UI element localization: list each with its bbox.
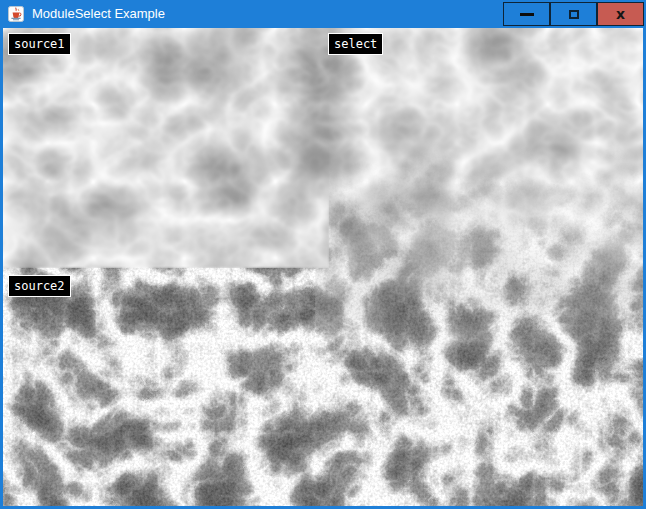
label-source1: source1 [8,33,71,55]
minimize-icon [520,13,534,16]
maximize-icon [569,10,579,19]
select-image [322,28,643,506]
window-title: ModuleSelect Example [32,0,165,28]
maximize-button[interactable] [550,2,597,26]
label-select: select [328,33,383,55]
noise-render [3,28,643,506]
minimize-button[interactable] [503,2,550,26]
close-icon: x [616,3,625,25]
source1-image [3,28,322,263]
app-window: ModuleSelect Example x [0,0,646,509]
window-controls: x [503,2,644,26]
close-button[interactable]: x [597,2,644,26]
render-canvas: source1 select source2 [3,28,643,506]
java-coffee-icon[interactable] [8,6,24,22]
titlebar[interactable]: ModuleSelect Example x [0,0,646,28]
label-source2: source2 [8,275,71,297]
